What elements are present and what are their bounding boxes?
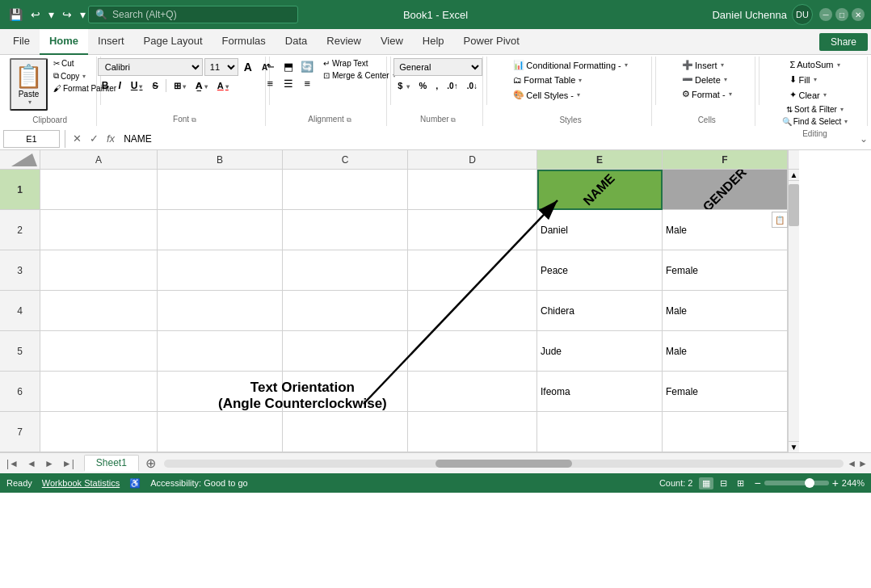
cell-D4[interactable] [408, 291, 537, 331]
percent-button[interactable]: % [414, 79, 431, 92]
find-select-button[interactable]: 🔍 Find & Select ▾ [777, 116, 852, 128]
close-button[interactable]: ✕ [852, 8, 865, 21]
row-num-6[interactable]: 6 [0, 372, 40, 412]
cell-D2[interactable] [408, 210, 537, 250]
cell-C5[interactable] [283, 331, 408, 372]
cell-B3[interactable] [158, 250, 283, 291]
tab-page-layout[interactable]: Page Layout [134, 29, 212, 55]
cell-C1[interactable] [283, 170, 408, 210]
number-dialog-launcher[interactable]: ⧉ [451, 116, 456, 124]
alignment-dialog-launcher[interactable]: ⧉ [347, 116, 351, 124]
cell-reference-box[interactable] [3, 130, 60, 148]
cell-B7[interactable] [158, 412, 283, 452]
cell-E1[interactable]: NAME [537, 170, 663, 210]
cell-D1[interactable] [408, 170, 537, 210]
format-button[interactable]: ⚙ Format - ▾ [677, 87, 737, 101]
col-header-D[interactable]: D [408, 150, 537, 170]
vertical-scrollbar[interactable]: ▼ ▲ [788, 170, 799, 452]
col-header-F[interactable]: F [663, 150, 788, 170]
add-sheet-button[interactable]: ⊕ [141, 454, 161, 472]
font-color-button[interactable]: A▾ [213, 79, 233, 92]
row-num-5[interactable]: 5 [0, 331, 40, 372]
cell-A1[interactable] [40, 170, 158, 210]
cell-F4[interactable]: Male [663, 291, 788, 331]
cell-F3[interactable]: Female [663, 250, 788, 291]
zoom-out-btn[interactable]: − [754, 477, 760, 489]
row-num-1[interactable]: 1 [0, 170, 40, 210]
normal-view-btn[interactable]: ▦ [699, 477, 713, 489]
cell-D6[interactable] [408, 372, 537, 412]
cell-F1[interactable]: GENDER [663, 170, 788, 210]
merge-center-button[interactable]: ⊡ Merge & Center ▾ [321, 70, 398, 81]
sheet-last-btn[interactable]: ►| [59, 456, 78, 471]
cell-A7[interactable] [40, 412, 158, 452]
undo-dropdown[interactable]: ▾ [46, 6, 57, 23]
text-orientation[interactable]: 🔄 [298, 58, 316, 74]
tab-power-pivot[interactable]: Power Pivot [454, 29, 529, 55]
tab-data[interactable]: Data [276, 29, 317, 55]
sheet-first-btn[interactable]: |◄ [3, 456, 22, 471]
comma-button[interactable]: , [431, 79, 442, 92]
cell-D3[interactable] [408, 250, 537, 291]
col-header-E[interactable]: E [537, 150, 663, 170]
cell-C6[interactable] [283, 372, 408, 412]
cell-E2[interactable]: Daniel [537, 210, 663, 250]
cell-C2[interactable] [283, 210, 408, 250]
select-all-triangle[interactable] [0, 150, 40, 170]
clear-button[interactable]: ✦ Clear ▾ [785, 88, 844, 102]
cell-C7[interactable] [283, 412, 408, 452]
tab-view[interactable]: View [371, 29, 413, 55]
bold-button[interactable]: B [98, 78, 113, 93]
col-header-B[interactable]: B [158, 150, 283, 170]
align-left[interactable]: ≡ [261, 75, 279, 91]
number-format-select[interactable]: General [393, 58, 482, 76]
zoom-slider[interactable] [764, 481, 829, 485]
cell-A5[interactable] [40, 331, 158, 372]
cell-A4[interactable] [40, 291, 158, 331]
sort-filter-button[interactable]: ⇅ Sort & Filter ▾ [781, 103, 848, 116]
tab-review[interactable]: Review [317, 29, 371, 55]
page-layout-btn[interactable]: ⊟ [717, 477, 730, 489]
restore-button[interactable]: □ [835, 8, 848, 21]
redo-button[interactable]: ↪ [60, 6, 74, 23]
font-size-select[interactable]: 11 [204, 58, 238, 76]
save-button[interactable]: 💾 [6, 6, 25, 23]
format-as-table-button[interactable]: 🗂 Format Table ▾ [510, 74, 630, 86]
customize-qat[interactable]: ▾ [78, 6, 88, 23]
auto-sum-button[interactable]: Σ AutoSum ▾ [785, 58, 844, 71]
minimize-button[interactable]: ─ [819, 8, 832, 21]
cell-A3[interactable] [40, 250, 158, 291]
v-scroll-thumb[interactable] [789, 184, 799, 227]
decrease-decimal[interactable]: .0↓ [463, 80, 482, 92]
cell-F2[interactable]: Male [663, 210, 788, 250]
cell-styles-button[interactable]: 🎨 Cell Styles - ▾ [510, 88, 630, 102]
delete-button[interactable]: ➖ Delete ▾ [677, 73, 737, 86]
insert-button[interactable]: ➕ Insert ▾ [677, 58, 737, 72]
cell-E4[interactable]: Chidera [537, 291, 663, 331]
col-header-C[interactable]: C [283, 150, 408, 170]
cell-D5[interactable] [408, 331, 537, 372]
row-num-3[interactable]: 3 [0, 250, 40, 291]
fill-button[interactable]: ⬇ Fill ▾ [785, 73, 844, 86]
align-center[interactable]: ☰ [280, 75, 297, 91]
row-num-2[interactable]: 2 [0, 210, 40, 250]
zoom-slider-thumb[interactable] [805, 478, 814, 488]
cell-B6[interactable] [158, 372, 283, 412]
horizontal-scrollbar[interactable] [164, 460, 844, 468]
cell-E5[interactable]: Jude [537, 331, 663, 372]
align-top-center[interactable]: ⬒ [280, 58, 297, 74]
sheet-tab-sheet1[interactable]: Sheet1 [84, 455, 139, 472]
cell-B2[interactable] [158, 210, 283, 250]
cell-C4[interactable] [283, 291, 408, 331]
cell-E7[interactable] [537, 412, 663, 452]
cell-C3[interactable] [283, 250, 408, 291]
search-input[interactable] [112, 9, 274, 20]
border-button[interactable]: ⊞▾ [170, 79, 190, 93]
formula-input[interactable] [120, 132, 856, 146]
cell-A6[interactable] [40, 372, 158, 412]
cell-B1[interactable] [158, 170, 283, 210]
sheet-next-btn[interactable]: ► [41, 456, 57, 471]
font-dialog-launcher[interactable]: ⧉ [191, 116, 196, 124]
workbook-statistics-btn[interactable]: Workbook Statistics [42, 478, 120, 488]
italic-button[interactable]: I [114, 78, 124, 93]
